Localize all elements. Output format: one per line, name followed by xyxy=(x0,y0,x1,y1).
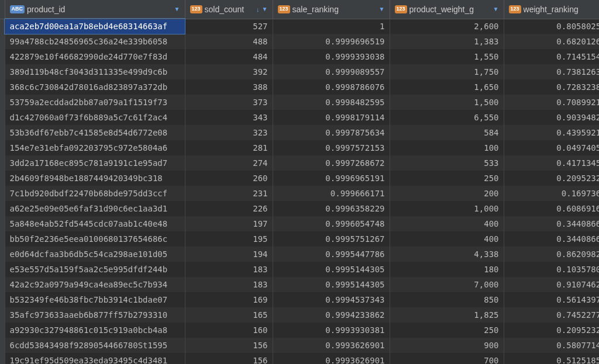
row-handle[interactable] xyxy=(0,216,5,231)
cell-sold_count[interactable]: 156 xyxy=(185,338,273,353)
row-handle[interactable] xyxy=(0,140,5,155)
cell-sale_ranking[interactable]: 0.9994537343 xyxy=(273,292,390,307)
table-row[interactable]: e0d64dcfaa3b6db5c54ca298ae101d051940.999… xyxy=(0,247,599,262)
cell-weight_ranking[interactable]: 0.7145154927 xyxy=(504,49,599,64)
cell-product_id[interactable]: 422879e10f46682990de24d770e7f83d xyxy=(5,49,185,64)
cell-product_weight_g[interactable]: 1,825 xyxy=(390,307,504,323)
row-handle[interactable] xyxy=(0,79,5,95)
table-row[interactable]: 19c91ef95d509ea33eda93495c4d34811560.999… xyxy=(0,353,599,364)
filter-dropdown-icon[interactable]: ▼ xyxy=(379,6,385,12)
cell-product_weight_g[interactable]: 1,750 xyxy=(390,64,504,79)
cell-sold_count[interactable]: 165 xyxy=(185,307,273,323)
cell-sale_ranking[interactable]: 0.9996965191 xyxy=(273,171,390,186)
cell-product_weight_g[interactable]: 584 xyxy=(390,125,504,140)
cell-sold_count[interactable]: 231 xyxy=(185,186,273,201)
cell-sold_count[interactable]: 194 xyxy=(185,247,273,262)
table-row[interactable]: 53759a2ecddad2bb87a079a1f1519f733730.999… xyxy=(0,95,599,110)
cell-sold_count[interactable]: 527 xyxy=(185,19,273,34)
cell-sale_ranking[interactable]: 0.9996054748 xyxy=(273,216,390,231)
cell-product_id[interactable]: d1c427060a0f73f6b889a5c7c61f2ac4 xyxy=(5,110,185,125)
cell-product_weight_g[interactable]: 100 xyxy=(390,140,504,155)
cell-weight_ranking[interactable]: 0.8620982671 xyxy=(504,247,599,262)
table-row[interactable]: 99a4788cb24856965c36a24e339b60584880.999… xyxy=(0,34,599,49)
cell-product_id[interactable]: 42a2c92a0979a949ca4ea89ec5c7b934 xyxy=(5,277,185,292)
cell-sold_count[interactable]: 281 xyxy=(185,140,273,155)
cell-product_id[interactable]: 35afc973633aaeb6b877ff57b2793310 xyxy=(5,307,185,323)
cell-weight_ranking[interactable]: 0.3440866742 xyxy=(504,216,599,231)
cell-sale_ranking[interactable]: 0.9997875634 xyxy=(273,125,390,140)
cell-sold_count[interactable]: 373 xyxy=(185,95,273,110)
row-handle[interactable] xyxy=(0,110,5,125)
cell-product_id[interactable]: 7c1bd920dbdf22470b68bde975dd3ccf xyxy=(5,186,185,201)
row-handle[interactable] xyxy=(0,49,5,64)
cell-sold_count[interactable]: 169 xyxy=(185,292,273,307)
table-row[interactable]: 389d119b48cf3043d311335e499d9c6b3920.999… xyxy=(0,64,599,79)
table-row[interactable]: e53e557d5a159f5aa2c5e995dfdf244b1830.999… xyxy=(0,262,599,277)
cell-sale_ranking[interactable]: 0.9997572153 xyxy=(273,140,390,155)
cell-weight_ranking[interactable]: 0.5807714485 xyxy=(504,338,599,353)
cell-sale_ranking[interactable]: 1 xyxy=(273,19,390,34)
table-row[interactable]: 6cdd53843498f9289054466780St15951560.999… xyxy=(0,338,599,353)
cell-product_id[interactable]: bb50f2e236e5eea0100680137654686c xyxy=(5,231,185,247)
cell-product_weight_g[interactable]: 250 xyxy=(390,323,504,338)
cell-product_weight_g[interactable]: 850 xyxy=(390,292,504,307)
cell-sold_count[interactable]: 323 xyxy=(185,125,273,140)
table-row[interactable]: 3dd2a17168ec895c781a9191c1e95ad72740.999… xyxy=(0,155,599,171)
table-row[interactable]: 2b4609f8948be1887449420349bc3182600.9996… xyxy=(0,171,599,186)
cell-sale_ranking[interactable]: 0.9995144305 xyxy=(273,262,390,277)
cell-sold_count[interactable]: 260 xyxy=(185,171,273,186)
row-handle[interactable] xyxy=(0,95,5,110)
cell-product_weight_g[interactable]: 2,600 xyxy=(390,19,504,34)
column-header-product-id[interactable]: ABC product_id ▼ xyxy=(5,0,185,19)
row-handle[interactable] xyxy=(0,19,5,34)
cell-product_weight_g[interactable]: 700 xyxy=(390,353,504,364)
cell-sale_ranking[interactable]: 0.9995447786 xyxy=(273,247,390,262)
table-row[interactable]: 42a2c92a0979a949ca4ea89ec5c7b9341830.999… xyxy=(0,277,599,292)
cell-product_id[interactable]: e53e557d5a159f5aa2c5e995dfdf244b xyxy=(5,262,185,277)
row-handle[interactable] xyxy=(0,247,5,262)
row-handle[interactable] xyxy=(0,231,5,247)
row-handle[interactable] xyxy=(0,64,5,79)
cell-sold_count[interactable]: 484 xyxy=(185,49,273,64)
table-row[interactable]: 368c6c730842d78016ad823897a372db3880.999… xyxy=(0,79,599,95)
cell-weight_ranking[interactable]: 0.6086916937 xyxy=(504,201,599,216)
table-row[interactable]: a92930c327948861c015c919a0bcb4a81600.999… xyxy=(0,323,599,338)
cell-product_id[interactable]: 3dd2a17168ec895c781a9191c1e95ad7 xyxy=(5,155,185,171)
row-handle[interactable] xyxy=(0,277,5,292)
cell-product_id[interactable]: 99a4788cb24856965c36a24e339b6058 xyxy=(5,34,185,49)
cell-product_id[interactable]: e0d64dcfaa3b6db5c54ca298ae101d05 xyxy=(5,247,185,262)
cell-product_id[interactable]: 389d119b48cf3043d311335e499d9c6b xyxy=(5,64,185,79)
cell-weight_ranking[interactable]: 0.5125185882 xyxy=(504,353,599,364)
cell-weight_ranking[interactable]: 0.2095232315 xyxy=(504,323,599,338)
cell-sold_count[interactable]: 183 xyxy=(185,277,273,292)
cell-sale_ranking[interactable]: 0.9996358229 xyxy=(273,201,390,216)
cell-sale_ranking[interactable]: 0.9998179114 xyxy=(273,110,390,125)
cell-sale_ranking[interactable]: 0.9993930381 xyxy=(273,323,390,338)
cell-sold_count[interactable]: 392 xyxy=(185,64,273,79)
row-handle[interactable] xyxy=(0,307,5,323)
cell-product_id[interactable]: 6cdd53843498f9289054466780St1595 xyxy=(5,338,185,353)
cell-weight_ranking[interactable]: 0.1035780401 xyxy=(504,262,599,277)
cell-product_weight_g[interactable]: 1,383 xyxy=(390,34,504,49)
cell-weight_ranking[interactable]: 0.7381263088 xyxy=(504,64,599,79)
row-handle[interactable] xyxy=(0,292,5,307)
cell-sale_ranking[interactable]: 0.9993626901 xyxy=(273,338,390,353)
cell-sale_ranking[interactable]: 0.9997268672 xyxy=(273,155,390,171)
filter-dropdown-icon[interactable]: ▼ xyxy=(262,6,268,12)
cell-product_weight_g[interactable]: 6,550 xyxy=(390,110,504,125)
cell-sale_ranking[interactable]: 0.9998482595 xyxy=(273,95,390,110)
column-header-weight-ranking[interactable]: 123 weight_ranking ▼ xyxy=(504,0,599,19)
row-handle[interactable] xyxy=(0,34,5,49)
cell-product_weight_g[interactable]: 1,000 xyxy=(390,201,504,216)
cell-product_weight_g[interactable]: 7,000 xyxy=(390,277,504,292)
cell-sold_count[interactable]: 388 xyxy=(185,79,273,95)
cell-sold_count[interactable]: 160 xyxy=(185,323,273,338)
cell-weight_ranking[interactable]: 0.6820126855 xyxy=(504,34,599,49)
table-row[interactable]: 7c1bd920dbdf22470b68bde975dd3ccf2310.999… xyxy=(0,186,599,201)
cell-product_id[interactable]: aca2eb7d00ea1a7b8ebd4e68314663af xyxy=(5,19,185,34)
cell-weight_ranking[interactable]: 0.5614397135 xyxy=(504,292,599,307)
cell-product_id[interactable]: b532349fe46b38fbc7bb3914c1bdae07 xyxy=(5,292,185,307)
row-handle[interactable] xyxy=(0,262,5,277)
table-row[interactable]: b532349fe46b38fbc7bb3914c1bdae071690.999… xyxy=(0,292,599,307)
cell-product_id[interactable]: 368c6c730842d78016ad823897a372db xyxy=(5,79,185,95)
